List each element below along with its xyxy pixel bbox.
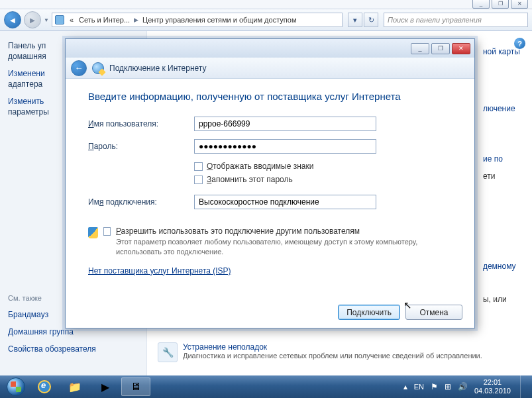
- main-link[interactable]: ы, или: [483, 295, 520, 304]
- show-chars-label: Отображать вводимые знаки: [207, 162, 314, 171]
- dialog-maximize-button[interactable]: ❐: [431, 43, 450, 54]
- search-input[interactable]: Поиск в панели управления: [384, 13, 528, 27]
- password-input[interactable]: [194, 139, 376, 154]
- taskbar-control-panel-icon[interactable]: 🖥: [121, 377, 150, 396]
- troubleshoot-desc: Диагностика и исправление сетевых пробле…: [183, 352, 482, 360]
- address-dropdown-icon[interactable]: ▾: [348, 13, 362, 27]
- connect-button[interactable]: Подключить: [338, 305, 400, 320]
- cancel-button[interactable]: Отмена: [405, 305, 462, 320]
- sidebar-link[interactable]: Свойства обозревателя: [8, 344, 138, 354]
- main-link[interactable]: демному: [483, 262, 520, 271]
- nav-back-icon[interactable]: ◄: [4, 11, 21, 28]
- main-link[interactable]: ети: [483, 172, 520, 181]
- window-minimize[interactable]: _: [472, 0, 490, 9]
- tray-network-icon[interactable]: ⊞: [445, 382, 451, 391]
- share-checkbox[interactable]: [103, 227, 111, 236]
- address-bar[interactable]: « Сеть и Интер... ▶ Центр управления сет…: [52, 13, 343, 27]
- remember-checkbox[interactable]: [194, 175, 203, 184]
- tray-volume-icon[interactable]: 🔊: [458, 382, 468, 391]
- taskbar-wmp-icon[interactable]: ▶: [91, 377, 120, 396]
- clock[interactable]: 22:01 04.03.2010: [474, 378, 511, 395]
- dialog-title: Подключение к Интернету: [109, 64, 207, 73]
- taskbar-explorer-icon[interactable]: 📁: [60, 377, 89, 396]
- show-chars-checkbox[interactable]: [194, 162, 203, 171]
- start-button[interactable]: [3, 377, 29, 397]
- dialog-close-button[interactable]: ✕: [452, 43, 470, 54]
- isp-link[interactable]: Нет поставщика услуг Интернета (ISP): [88, 266, 231, 275]
- shield-icon: [88, 227, 98, 238]
- chevron-right-icon: ▶: [133, 17, 140, 23]
- breadcrumb-item[interactable]: Сеть и Интер...: [76, 16, 133, 24]
- show-desktop-button[interactable]: [520, 375, 527, 398]
- dialog-titlebar: _ ❐ ✕: [66, 39, 474, 58]
- main-link[interactable]: ной карты: [483, 47, 520, 56]
- troubleshoot-link[interactable]: Устранение неполадок: [183, 342, 482, 352]
- explorer-navbar: ◄ ► ▼ « Сеть и Интер... ▶ Центр управлен…: [0, 9, 532, 31]
- window-maximize[interactable]: ❐: [492, 0, 509, 9]
- window-close[interactable]: ✕: [511, 0, 528, 9]
- username-label: Имя пользователя:: [88, 119, 194, 128]
- dialog-minimize-button[interactable]: _: [411, 43, 429, 54]
- dialog-header: ← Подключение к Интернету: [66, 58, 474, 79]
- windows-orb-icon: [7, 377, 25, 396]
- dialog-heading: Введите информацию, полученную от постав…: [88, 91, 452, 102]
- nav-forward-icon[interactable]: ►: [24, 11, 41, 28]
- connection-name-label: Имя подключения:: [88, 197, 194, 207]
- language-indicator[interactable]: EN: [414, 383, 424, 391]
- breadcrumb-prefix: «: [67, 16, 76, 24]
- address-icon: [55, 15, 64, 25]
- dialog-back-icon[interactable]: ←: [71, 60, 87, 76]
- taskbar-ie-icon[interactable]: [30, 377, 59, 396]
- tray-chevron-icon[interactable]: ▴: [403, 382, 407, 391]
- share-description: Этот параметр позволяет любому пользоват…: [116, 237, 452, 257]
- sidebar-link[interactable]: Домашняя группа: [8, 327, 138, 336]
- main-link[interactable]: ие по: [483, 154, 520, 164]
- username-input[interactable]: [194, 117, 376, 131]
- share-label: Разрешить использовать это подключение д…: [116, 226, 452, 236]
- nav-history-chevron-icon[interactable]: ▼: [44, 17, 49, 23]
- breadcrumb-item[interactable]: Центр управления сетями и общим доступом: [140, 16, 299, 24]
- globe-icon: [92, 62, 104, 74]
- connect-dialog: _ ❐ ✕ ← Подключение к Интернету Введите …: [65, 38, 475, 328]
- tray-flag-icon[interactable]: ⚑: [431, 382, 438, 391]
- connection-name-input[interactable]: [194, 195, 376, 209]
- password-label: Пароль:: [88, 142, 194, 151]
- troubleshoot-icon: 🔧: [158, 342, 178, 362]
- taskbar: 📁 ▶ 🖥 ▴ EN ⚑ ⊞ 🔊 22:01 04.03.2010: [0, 375, 532, 398]
- main-link[interactable]: лючение: [483, 104, 520, 113]
- refresh-icon[interactable]: ↻: [364, 13, 378, 27]
- remember-label: Запомнить этот пароль: [207, 175, 293, 184]
